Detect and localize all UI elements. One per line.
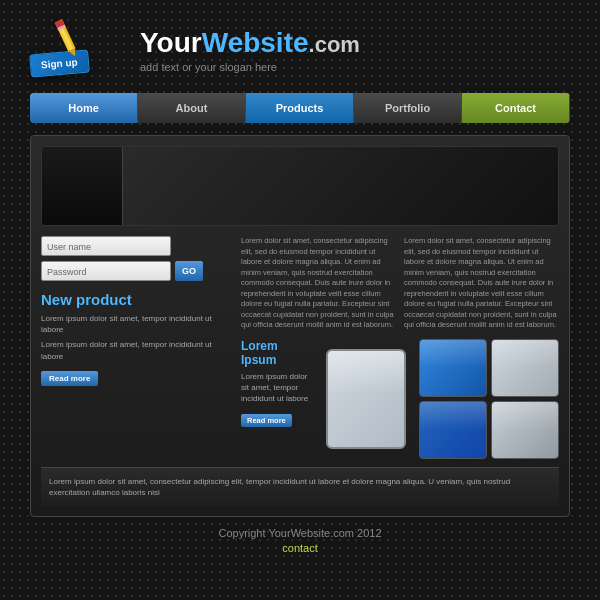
- center-box-shine: [328, 351, 404, 394]
- box-blue-1: [419, 339, 487, 397]
- box-shine-2: [492, 340, 558, 368]
- new-product-text-2: Lorem ipsum dolor sit amet, tempor incid…: [41, 339, 231, 361]
- lorem-ipsum-text: Lorem ipsum dolor sit amet, tempor incid…: [241, 371, 313, 405]
- footer-contact-link[interactable]: contact: [30, 542, 570, 554]
- username-group: User name: [41, 236, 231, 256]
- text-column-1: Lorem dolor sit amet, consectetur adipis…: [241, 236, 396, 331]
- left-column: User name Password GO New product Lorem …: [41, 236, 231, 459]
- center-box-wrapper: [321, 339, 411, 459]
- copyright-text: Copyright YourWebsite.com 2012: [30, 527, 570, 539]
- nav-products[interactable]: Products: [246, 93, 354, 123]
- read-more-button[interactable]: Read more: [41, 371, 98, 386]
- nav-about[interactable]: About: [138, 93, 246, 123]
- nav-portfolio[interactable]: Portfolio: [354, 93, 462, 123]
- bottom-text-bar: Lorem ipsum dolor sit amet, consectetur …: [41, 467, 559, 506]
- signup-badge: Sign up: [30, 18, 130, 83]
- box-shine-1: [420, 340, 486, 368]
- site-slogan: add text or your slogan here: [140, 61, 360, 73]
- username-input[interactable]: User name: [41, 236, 171, 256]
- box-shine-3: [420, 402, 486, 430]
- password-row: Password GO: [41, 261, 231, 281]
- box-shine-4: [492, 402, 558, 430]
- site-name-website: Website: [202, 27, 309, 58]
- text-columns: Lorem dolor sit amet, consectetur adipis…: [241, 236, 559, 331]
- nav-bar: Home About Products Portfolio Contact: [30, 93, 570, 123]
- site-name-dotcom: .com: [309, 32, 360, 57]
- box-light-1: [491, 339, 559, 397]
- lorem-ipsum-title: Lorem Ipsum: [241, 339, 313, 367]
- read-more-button-2[interactable]: Read more: [241, 414, 292, 427]
- right-column: Lorem dolor sit amet, consectetur adipis…: [241, 236, 559, 459]
- two-column-layout: User name Password GO New product Lorem …: [41, 236, 559, 459]
- banner-inner: [122, 147, 558, 225]
- go-button[interactable]: GO: [175, 261, 203, 281]
- site-title: YourWebsite.com add text or your slogan …: [140, 28, 360, 73]
- box-light-2: [491, 401, 559, 459]
- lorem-ipsum-block: Lorem Ipsum Lorem ipsum dolor sit amet, …: [241, 339, 313, 459]
- password-input[interactable]: Password: [41, 261, 171, 281]
- nav-home[interactable]: Home: [30, 93, 138, 123]
- signup-button[interactable]: Sign up: [29, 49, 89, 77]
- text-column-2: Lorem dolor sit amet, consectetur adipis…: [404, 236, 559, 331]
- site-footer: Copyright YourWebsite.com 2012 contact: [30, 527, 570, 554]
- new-product-text-1: Lorem ipsum dolor sit amet, tempor incid…: [41, 313, 231, 335]
- nav-contact[interactable]: Contact: [462, 93, 570, 123]
- boxes-grid: [419, 339, 559, 459]
- main-content-box: User name Password GO New product Lorem …: [30, 135, 570, 517]
- site-header: Sign up YourWebsite.com add text or your…: [30, 18, 570, 83]
- box-blue-2: [419, 401, 487, 459]
- bottom-section: Lorem Ipsum Lorem ipsum dolor sit amet, …: [241, 339, 559, 459]
- center-box: [326, 349, 406, 449]
- banner-area: [41, 146, 559, 226]
- site-name-your: Your: [140, 27, 202, 58]
- new-product-title: New product: [41, 291, 231, 308]
